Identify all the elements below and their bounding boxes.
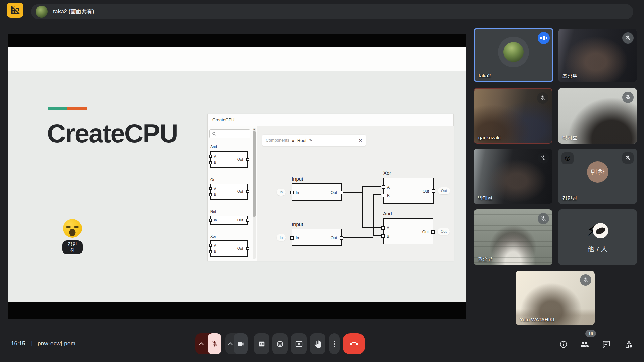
mic-off-icon	[211, 341, 218, 347]
wire	[342, 237, 373, 238]
present-screen-button[interactable]	[291, 333, 307, 354]
participant-tile[interactable]: Yuto WATAHIKI	[516, 271, 595, 325]
presenter-avatar	[36, 6, 48, 18]
reactions-button[interactable]	[272, 333, 288, 354]
participant-tile[interactable]: gai kozaki	[474, 88, 552, 144]
gate-label: And	[210, 145, 217, 149]
scrollbar-thumb	[253, 131, 256, 217]
external-in-pill: In	[277, 234, 286, 241]
raise-hand-button[interactable]	[310, 333, 325, 354]
presentation-hidden-button[interactable]	[7, 3, 23, 18]
accent-teal	[48, 107, 67, 110]
participant-tile[interactable]: 권순규	[474, 209, 552, 265]
mic-off-icon	[537, 92, 548, 104]
participant-name: 권순규	[478, 256, 493, 262]
palette-gate-or: A B Out	[210, 184, 248, 200]
participant-name: gai kozaki	[478, 135, 501, 140]
participant-tile[interactable]: 박태현	[474, 149, 552, 204]
palette-gate-and: A B Out	[210, 151, 248, 168]
yawning-face-emoji	[63, 219, 82, 238]
slide-accent-bar	[48, 107, 87, 110]
presentation-slide: CreateCPU 김민찬 CreateCPU ▲	[8, 71, 466, 302]
external-out-pill: Out	[438, 187, 450, 194]
app-title: CreateCPU	[212, 117, 234, 122]
node-input-1: In Out	[292, 183, 342, 201]
node-and: A B Out	[383, 218, 433, 244]
breadcrumb-current: Root	[297, 138, 306, 143]
shared-screen-video: CreateCPU 김민찬 CreateCPU ▲	[8, 34, 466, 319]
participant-tile-taka2[interactable]: taka2	[474, 28, 553, 82]
participant-name: 박지호	[562, 135, 577, 141]
meeting-code: pnw-ecwj-pem	[38, 340, 75, 347]
edit-pencil-icon: ✎	[309, 138, 313, 143]
breadcrumb: Components » Root ✎ ✕	[262, 135, 366, 146]
circuit-canvas: Components » Root ✎ ✕ Input In	[257, 126, 454, 261]
node-label: And	[383, 210, 392, 216]
search-icon	[212, 132, 216, 136]
node-label: Input	[292, 176, 303, 182]
people-button[interactable]	[580, 340, 589, 349]
reaction-emoji: 😮	[561, 152, 574, 164]
wire	[373, 195, 374, 236]
captions-button[interactable]	[254, 333, 269, 354]
end-call-button[interactable]	[343, 333, 365, 354]
mic-off-icon	[538, 152, 549, 164]
chevron-up-icon	[199, 342, 204, 345]
overflow-count-label: 他 7 人	[558, 245, 637, 253]
external-out-pill: Out	[438, 228, 450, 235]
activities-button[interactable]	[625, 340, 633, 349]
participant-name: taka2	[479, 73, 491, 78]
share-white-band	[8, 47, 466, 71]
accent-orange	[67, 107, 87, 110]
participant-tile[interactable]: 😮 민찬 김민찬	[558, 149, 637, 204]
stone-logo-icon	[593, 223, 608, 238]
divider: |	[31, 339, 33, 347]
mic-off-icon	[622, 32, 634, 44]
participant-tile[interactable]: 박지호	[558, 88, 637, 144]
node-xor: A B Out	[383, 178, 434, 204]
presenter-name: taka2 (画面共有)	[53, 8, 94, 15]
wire	[373, 235, 381, 236]
camera-control-group[interactable]	[225, 333, 248, 354]
participant-count-badge: 16	[585, 330, 596, 337]
wire	[373, 194, 381, 195]
speaking-indicator-icon	[538, 32, 550, 44]
mic-control-group[interactable]	[195, 333, 221, 354]
breadcrumb-components: Components	[266, 138, 289, 143]
call-end-icon	[350, 340, 358, 348]
participant-tile[interactable]: 조상우	[558, 29, 637, 82]
mic-mute-button[interactable]	[208, 333, 221, 354]
palette-gate-xor: A B Out	[210, 240, 248, 257]
node-label: Input	[292, 221, 303, 227]
chat-button[interactable]	[602, 340, 611, 349]
breadcrumb-separator: »	[292, 138, 294, 143]
videocam-icon	[237, 341, 244, 347]
reaction-sender-name: 김민찬	[62, 240, 83, 254]
mic-off-icon	[622, 92, 634, 103]
component-palette: ▲ And A B Out Or A B Out Not In	[208, 126, 257, 261]
presenter-banner[interactable]: taka2 (画面共有)	[31, 4, 633, 19]
info-button[interactable]	[559, 340, 568, 349]
participant-tile-overflow[interactable]: ⚡ 他 7 人	[558, 209, 637, 265]
createcpu-app-window: CreateCPU ▲ And A B Out	[207, 114, 454, 261]
palette-gate-not: In Out	[210, 216, 248, 225]
scroll-up-arrow: ▲	[253, 128, 255, 130]
avatar: 민찬	[587, 161, 608, 183]
smiley-icon	[276, 340, 284, 348]
clock-time: 16:15	[11, 340, 25, 347]
search-input	[209, 129, 250, 138]
gate-label: Not	[210, 209, 216, 214]
participant-name: 김민찬	[562, 195, 577, 201]
more-options-button[interactable]	[329, 333, 340, 354]
wire	[362, 186, 381, 187]
chevron-up-icon	[228, 342, 233, 345]
palette-scrollbar: ▲	[253, 128, 256, 259]
wire	[362, 227, 381, 228]
node-input-2: In Out	[292, 229, 342, 246]
slide-title: CreateCPU	[47, 118, 177, 149]
camera-toggle-button[interactable]	[234, 333, 248, 354]
app-titlebar: CreateCPU	[208, 114, 453, 126]
participant-name: 조상우	[562, 73, 577, 79]
mic-off-icon	[622, 152, 634, 164]
gate-label: Xor	[210, 234, 216, 238]
